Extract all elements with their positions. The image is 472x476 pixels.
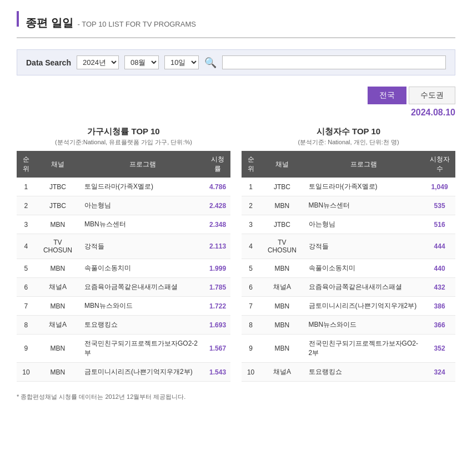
search-button[interactable]: 🔍	[204, 57, 217, 69]
channel-cell: MBN	[36, 297, 80, 316]
rank-cell: 3	[242, 215, 260, 234]
program-cell: 금토미니시리즈(나쁜기억지우개2부)	[80, 363, 205, 382]
month-select[interactable]: 01월02월03월04월 05월06월07월08월 09월10월11월12월	[124, 55, 159, 69]
date-display: 2024.08.10	[17, 108, 455, 118]
table-row: 6 채널A 요즘육아금쪽같은내새끼스패셜 432	[242, 278, 455, 297]
tables-container: 가구시청률 TOP 10 (분석기준:National, 유료플랫폼 가입 가구…	[17, 126, 455, 382]
program-cell: 토일드라마(가족X멜로)	[80, 178, 205, 196]
table-row: 1 JTBC 토일드라마(가족X멜로) 4.786	[17, 178, 230, 196]
program-cell: MBN뉴스센터	[80, 215, 205, 234]
channel-cell: JTBC	[260, 215, 304, 234]
col-channel-hh: 채널	[36, 151, 80, 178]
channel-cell: 채널A	[36, 278, 80, 297]
search-label: Data Search	[26, 58, 71, 67]
program-cell: MBN뉴스와이드	[80, 297, 205, 316]
channel-cell: JTBC	[36, 196, 80, 215]
household-table: 순위 채널 프로그램 시청률 1 JTBC 토일드라마(가족X멜로) 4.786…	[17, 151, 230, 382]
tab-metro[interactable]: 수도권	[409, 87, 455, 104]
search-input[interactable]	[222, 55, 446, 69]
viewers-cell: 352	[424, 335, 455, 363]
col-viewers-v: 시청자수	[424, 151, 455, 178]
channel-cell: 채널A	[260, 363, 304, 382]
program-cell: 요즘육아금쪽같은내새끼스패셜	[304, 278, 424, 297]
footnote: * 종합편성채널 시청률 데이터는 2012년 12월부터 제공됩니다.	[17, 393, 455, 401]
rating-cell: 2.348	[205, 215, 230, 234]
col-channel-v: 채널	[260, 151, 304, 178]
rank-cell: 10	[242, 363, 260, 382]
rating-cell: 1.722	[205, 297, 230, 316]
program-cell: 토요랭킹쇼	[80, 316, 205, 335]
rank-cell: 9	[242, 335, 260, 363]
rank-cell: 4	[17, 234, 36, 259]
col-program-hh: 프로그램	[80, 151, 205, 178]
rank-cell: 2	[17, 196, 36, 215]
program-cell: 전국민친구되기프로젝트가보자GO2-2부	[304, 335, 424, 363]
viewers-cell: 535	[424, 196, 455, 215]
channel-cell: JTBC	[260, 178, 304, 196]
program-cell: 금토미니시리즈(나쁜기억지우개2부)	[304, 297, 424, 316]
rating-cell: 1.693	[205, 316, 230, 335]
program-cell: 속풀이소동치미	[304, 259, 424, 278]
channel-cell: MBN	[260, 196, 304, 215]
table-row: 10 채널A 토요랭킹쇼 324	[242, 363, 455, 382]
rating-cell: 1.785	[205, 278, 230, 297]
rank-cell: 7	[242, 297, 260, 316]
rating-cell: 2.113	[205, 234, 230, 259]
search-bar: Data Search 2024년 2023년 2022년 01월02월03월0…	[17, 49, 455, 75]
tab-nationwide[interactable]: 전국	[368, 87, 406, 104]
tab-group: 전국 수도권	[17, 87, 455, 104]
table-row: 9 MBN 전국민친구되기프로젝트가보자GO2-2부 352	[242, 335, 455, 363]
rank-cell: 2	[242, 196, 260, 215]
table-row: 2 JTBC 아는형님 2.428	[17, 196, 230, 215]
rating-cell: 1.543	[205, 363, 230, 382]
viewers-cell: 432	[424, 278, 455, 297]
table-row: 5 MBN 속풀이소동치미 440	[242, 259, 455, 278]
viewers-cell: 440	[424, 259, 455, 278]
rank-cell: 4	[242, 234, 260, 259]
channel-cell: MBN	[36, 215, 80, 234]
page-title-main: 종편 일일	[26, 16, 73, 31]
channel-cell: MBN	[260, 259, 304, 278]
program-cell: 강적들	[80, 234, 205, 259]
table-row: 8 MBN MBN뉴스와이드 366	[242, 316, 455, 335]
rank-cell: 10	[17, 363, 36, 382]
table-row: 4 TV CHOSUN 강적들 2.113	[17, 234, 230, 259]
rank-cell: 8	[17, 316, 36, 335]
program-cell: 아는형님	[304, 215, 424, 234]
channel-cell: MBN	[36, 259, 80, 278]
day-select[interactable]: 01일02일03일04일 05일06일07일08일 09일10일	[164, 55, 199, 69]
rank-cell: 5	[242, 259, 260, 278]
col-rank-hh: 순위	[17, 151, 36, 178]
table-row: 7 MBN MBN뉴스와이드 1.722	[17, 297, 230, 316]
rating-cell: 2.428	[205, 196, 230, 215]
table-row: 7 MBN 금토미니시리즈(나쁜기억지우개2부) 386	[242, 297, 455, 316]
channel-cell: MBN	[36, 363, 80, 382]
rank-cell: 6	[17, 278, 36, 297]
col-rating-hh: 시청률	[205, 151, 230, 178]
program-cell: 토요랭킹쇼	[304, 363, 424, 382]
program-cell: MBN뉴스와이드	[304, 316, 424, 335]
rank-cell: 9	[17, 335, 36, 363]
viewers-cell: 1,049	[424, 178, 455, 196]
page-title-section: 종편 일일 - TOP 10 LIST FOR TV PROGRAMS	[17, 11, 455, 38]
program-cell: 속풀이소동치미	[80, 259, 205, 278]
table-row: 3 MBN MBN뉴스센터 2.348	[17, 215, 230, 234]
program-cell: MBN뉴스센터	[304, 196, 424, 215]
year-select[interactable]: 2024년 2023년 2022년	[77, 55, 119, 69]
rank-cell: 6	[242, 278, 260, 297]
program-cell: 요즘육아금쪽같은내새끼스패셜	[80, 278, 205, 297]
viewers-cell: 444	[424, 234, 455, 259]
channel-cell: 채널A	[260, 278, 304, 297]
channel-cell: MBN	[260, 335, 304, 363]
channel-cell: TV CHOSUN	[260, 234, 304, 259]
table-row: 10 MBN 금토미니시리즈(나쁜기억지우개2부) 1.543	[17, 363, 230, 382]
table-row: 2 MBN MBN뉴스센터 535	[242, 196, 455, 215]
rank-cell: 1	[17, 178, 36, 196]
channel-cell: MBN	[36, 335, 80, 363]
rating-cell: 4.786	[205, 178, 230, 196]
viewers-table-section: 시청자수 TOP 10 (분석기준: National, 개인, 단위:천 명)…	[242, 126, 455, 382]
channel-cell: JTBC	[36, 178, 80, 196]
page-title-sub: - TOP 10 LIST FOR TV PROGRAMS	[78, 20, 196, 28]
table-row: 9 MBN 전국민친구되기프로젝트가보자GO2-2부 1.567	[17, 335, 230, 363]
program-cell: 토일드라마(가족X멜로)	[304, 178, 424, 196]
